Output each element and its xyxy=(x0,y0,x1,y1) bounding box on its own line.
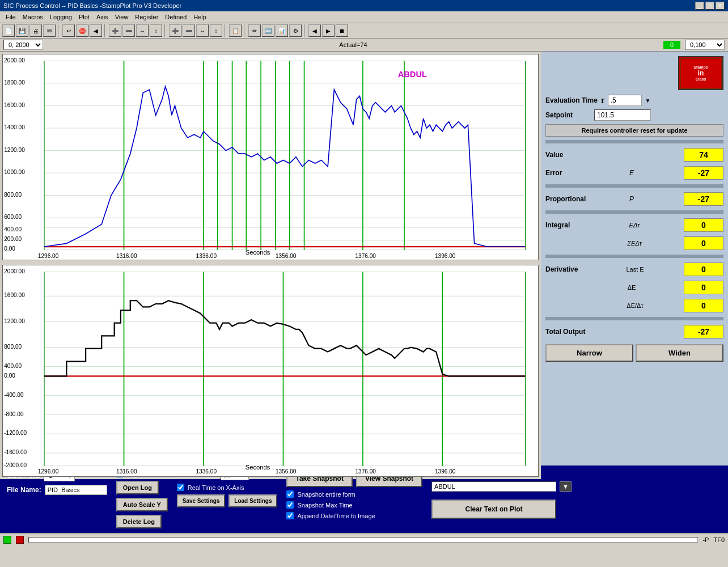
menu-view[interactable]: View xyxy=(112,12,132,22)
range-dropdown[interactable]: 0, 2000 xyxy=(3,40,43,50)
svg-text:1376.00: 1376.00 xyxy=(355,253,376,259)
svg-text:400.00: 400.00 xyxy=(4,362,22,369)
delta-e-tau-label: ΔE/Δτ xyxy=(627,302,643,309)
toolbar-btn-15[interactable]: ↕ xyxy=(210,24,222,37)
auto-scale-button[interactable]: Auto Scale Y xyxy=(116,498,168,511)
minimize-button[interactable]: _ xyxy=(695,2,704,10)
toolbar-btn-8[interactable]: ➕ xyxy=(109,24,121,37)
real-time-checkbox[interactable] xyxy=(177,484,184,491)
top-chart-container: 2000.00 1800.00 1600.00 1400.00 1200.00 … xyxy=(0,52,541,263)
svg-text:1336.00: 1336.00 xyxy=(196,468,217,475)
edeltau-symbol: EΔτ xyxy=(629,222,640,229)
toolbar-btn-6[interactable]: ⛔ xyxy=(76,24,88,37)
integral-row: Integral EΔτ 0 xyxy=(545,217,723,233)
integral-label: Integral xyxy=(545,221,591,229)
delta-e-row: ΔE 0 xyxy=(545,280,723,295)
derivative-row: Derivative Last E 0 xyxy=(545,261,723,277)
toolbar-btn-10[interactable]: ↔ xyxy=(136,24,149,37)
toolbar-btn-14[interactable]: ↔ xyxy=(196,24,209,37)
value-display: 74 xyxy=(684,148,723,162)
bottom-chart-svg: 2000.00 1600.00 1200.00 800.00 400.00 0.… xyxy=(3,265,538,477)
svg-text:800.00: 800.00 xyxy=(4,192,22,198)
open-log-button[interactable]: Open Log xyxy=(116,481,159,494)
toolbar-btn-18[interactable]: 🔤 xyxy=(262,24,274,37)
load-settings-button[interactable]: Load Settings xyxy=(228,494,277,507)
toolbar-btn-9[interactable]: ➖ xyxy=(122,24,135,37)
close-button[interactable]: ✕ xyxy=(716,2,725,10)
status-light-green xyxy=(3,536,11,544)
svg-text:1296.00: 1296.00 xyxy=(38,253,59,259)
toolbar-btn-13[interactable]: ➖ xyxy=(183,24,195,37)
tau-dropdown-arrow[interactable]: ▼ xyxy=(645,98,651,104)
menu-help[interactable]: Help xyxy=(190,12,210,22)
svg-text:800.00: 800.00 xyxy=(4,343,22,349)
value-row: Value 74 xyxy=(545,147,723,163)
status-green-value: 0 xyxy=(663,41,680,49)
toolbar-btn-20[interactable]: ⚙ xyxy=(289,24,302,37)
append-date-label: Append Date/Time to Image xyxy=(297,513,375,519)
snapshot-entire-checkbox[interactable] xyxy=(286,490,294,498)
sum-edeltau-symbol: ΣEΔτ xyxy=(627,240,641,247)
toolbar-btn-19[interactable]: 📊 xyxy=(276,24,288,37)
widen-button[interactable]: Widen xyxy=(636,344,723,362)
toolbar-btn-17[interactable]: ✏ xyxy=(248,24,261,37)
text-dropdown-arrow[interactable]: ▼ xyxy=(560,481,572,492)
toolbar-btn-12[interactable]: ➕ xyxy=(169,24,181,37)
real-time-row: Real Time on X-Axis xyxy=(177,484,278,491)
menu-axis[interactable]: Axis xyxy=(93,12,112,22)
toolbar-btn-16[interactable]: 📋 xyxy=(229,24,242,37)
toolbar-btn-11[interactable]: ↕ xyxy=(150,24,162,37)
svg-text:1396.00: 1396.00 xyxy=(435,468,456,475)
sum-edeltau-row: ΣEΔτ 0 xyxy=(545,235,723,251)
snapshot-max-checkbox[interactable] xyxy=(286,501,294,509)
narrow-widen-row: Narrow Widen xyxy=(545,344,723,362)
last-e-label: Last E xyxy=(626,266,644,273)
menu-file[interactable]: File xyxy=(2,12,19,22)
menu-plot[interactable]: Plot xyxy=(75,12,93,22)
toolbar-btn-1[interactable]: 📄 xyxy=(2,24,15,37)
text-input-row: ▼ xyxy=(431,481,572,492)
toolbar-btn-22[interactable]: ▶ xyxy=(322,24,335,37)
file-name-input[interactable] xyxy=(45,485,107,495)
toolbar-btn-2[interactable]: 💾 xyxy=(16,24,28,37)
range-dropdown2[interactable]: 0,100 xyxy=(685,40,725,50)
append-date-checkbox[interactable] xyxy=(286,512,294,519)
error-display: -27 xyxy=(684,166,723,180)
toolbar-btn-7[interactable]: ◀ xyxy=(90,24,102,37)
svg-text:1000.00: 1000.00 xyxy=(4,169,25,175)
menu-logging[interactable]: Logging xyxy=(46,12,75,22)
text-input[interactable] xyxy=(431,481,556,492)
svg-text:1356.00: 1356.00 xyxy=(276,468,297,475)
divider-3 xyxy=(545,210,723,214)
top-chart[interactable]: 2000.00 1800.00 1600.00 1400.00 1200.00 … xyxy=(2,54,539,260)
toolbar-btn-4[interactable]: ✉ xyxy=(43,24,56,37)
top-chart-svg: 2000.00 1800.00 1600.00 1400.00 1200.00 … xyxy=(3,54,538,260)
bottom-chart[interactable]: 2000.00 1600.00 1200.00 800.00 400.00 0.… xyxy=(2,265,539,477)
delta-e-label: ΔE xyxy=(628,284,636,291)
svg-text:2000.00: 2000.00 xyxy=(4,268,25,274)
error-symbol: E xyxy=(629,169,634,177)
narrow-button[interactable]: Narrow xyxy=(545,344,633,362)
menu-macros[interactable]: Macros xyxy=(19,12,46,22)
clear-text-button[interactable]: Clear Text on Plot xyxy=(431,500,556,519)
toolbar-btn-21[interactable]: ◀ xyxy=(308,24,321,37)
svg-text:1800.00: 1800.00 xyxy=(4,79,25,86)
window-controls[interactable]: _ □ ✕ xyxy=(695,2,725,10)
save-settings-button[interactable]: Save Settings xyxy=(177,494,226,507)
maximize-button[interactable]: □ xyxy=(705,2,714,10)
svg-text:1356.00: 1356.00 xyxy=(276,253,297,259)
setpoint-input[interactable] xyxy=(594,109,651,121)
toolbar-btn-3[interactable]: 🖨 xyxy=(29,24,42,37)
menu-register[interactable]: Register xyxy=(132,12,162,22)
toolbar-btn-23[interactable]: ⏹ xyxy=(336,24,348,37)
toolbar-btn-5[interactable]: ↩ xyxy=(62,24,75,37)
eval-time-label: Evaluation Time xyxy=(545,96,598,104)
divider-2 xyxy=(545,184,723,188)
svg-text:0.00: 0.00 xyxy=(4,372,15,378)
status-light-red xyxy=(16,536,24,544)
menu-defined[interactable]: Defined xyxy=(162,12,190,22)
delete-log-button[interactable]: Delete Log xyxy=(116,515,162,528)
tau-input[interactable] xyxy=(608,95,642,106)
divider-1 xyxy=(545,140,723,143)
svg-text:ABDUL: ABDUL xyxy=(398,70,427,79)
